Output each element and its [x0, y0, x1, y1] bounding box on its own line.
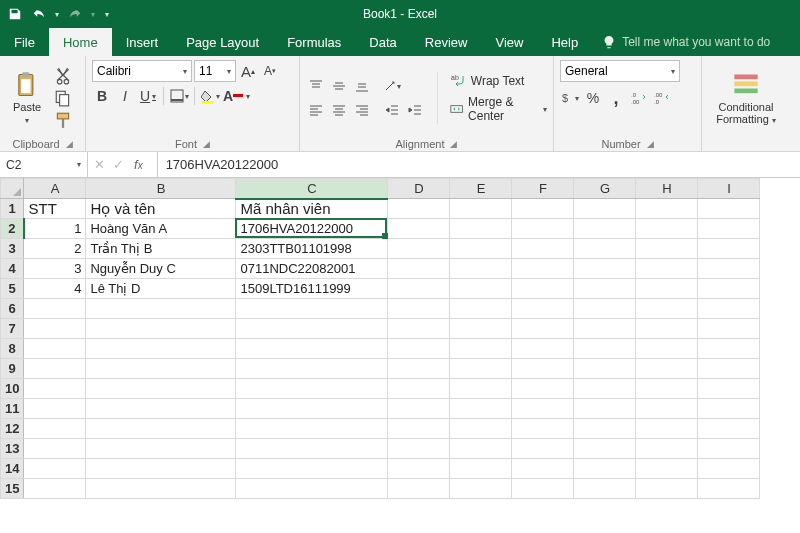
merge-center-button[interactable]: Merge & Center ▾: [450, 95, 547, 123]
save-icon[interactable]: [4, 3, 26, 25]
cell-H9[interactable]: [636, 359, 698, 379]
cell-E12[interactable]: [450, 419, 512, 439]
comma-format-icon[interactable]: ,: [606, 88, 626, 108]
cell-B9[interactable]: [86, 359, 236, 379]
cell-E7[interactable]: [450, 319, 512, 339]
cell-G5[interactable]: [574, 279, 636, 299]
align-bottom-icon[interactable]: [352, 76, 372, 96]
cell-C1[interactable]: Mã nhân viên: [236, 199, 388, 219]
cell-B11[interactable]: [86, 399, 236, 419]
percent-format-icon[interactable]: %: [583, 88, 603, 108]
cell-B12[interactable]: [86, 419, 236, 439]
cell-G7[interactable]: [574, 319, 636, 339]
cell-E11[interactable]: [450, 399, 512, 419]
font-color-button[interactable]: A: [223, 86, 243, 106]
align-top-icon[interactable]: [306, 76, 326, 96]
cell-I8[interactable]: [698, 339, 760, 359]
row-header-13[interactable]: 13: [1, 439, 24, 459]
italic-button[interactable]: I: [115, 86, 135, 106]
row-header-4[interactable]: 4: [1, 259, 24, 279]
row-header-11[interactable]: 11: [1, 399, 24, 419]
cell-E13[interactable]: [450, 439, 512, 459]
enter-formula-icon[interactable]: ✓: [113, 157, 124, 172]
clipboard-dialog-icon[interactable]: ◢: [66, 139, 73, 149]
cell-H13[interactable]: [636, 439, 698, 459]
cell-C3[interactable]: 2303TTB01101998: [236, 239, 388, 259]
cell-D14[interactable]: [388, 459, 450, 479]
cell-B13[interactable]: [86, 439, 236, 459]
cell-F13[interactable]: [512, 439, 574, 459]
cell-B15[interactable]: [86, 479, 236, 499]
cell-B5[interactable]: Lê Thị D: [86, 279, 236, 299]
cell-H15[interactable]: [636, 479, 698, 499]
cell-H10[interactable]: [636, 379, 698, 399]
cell-A14[interactable]: [24, 459, 86, 479]
cell-B7[interactable]: [86, 319, 236, 339]
font-color-dropdown-icon[interactable]: ▾: [246, 92, 250, 101]
cell-B3[interactable]: Trần Thị B: [86, 239, 236, 259]
cell-F2[interactable]: [512, 219, 574, 239]
cell-E5[interactable]: [450, 279, 512, 299]
cell-C12[interactable]: [236, 419, 388, 439]
cell-A11[interactable]: [24, 399, 86, 419]
cell-I6[interactable]: [698, 299, 760, 319]
cell-E15[interactable]: [450, 479, 512, 499]
column-header-G[interactable]: G: [574, 179, 636, 199]
cell-I9[interactable]: [698, 359, 760, 379]
insert-function-icon[interactable]: fx: [134, 157, 143, 172]
row-header-12[interactable]: 12: [1, 419, 24, 439]
cell-D9[interactable]: [388, 359, 450, 379]
cell-D10[interactable]: [388, 379, 450, 399]
underline-button[interactable]: U▾: [138, 86, 158, 106]
cell-D12[interactable]: [388, 419, 450, 439]
cell-F5[interactable]: [512, 279, 574, 299]
cell-H1[interactable]: [636, 199, 698, 219]
row-header-15[interactable]: 15: [1, 479, 24, 499]
tab-page-layout[interactable]: Page Layout: [172, 28, 273, 56]
tab-review[interactable]: Review: [411, 28, 482, 56]
tab-view[interactable]: View: [481, 28, 537, 56]
cell-G10[interactable]: [574, 379, 636, 399]
row-header-10[interactable]: 10: [1, 379, 24, 399]
cell-E3[interactable]: [450, 239, 512, 259]
cell-E4[interactable]: [450, 259, 512, 279]
cell-C8[interactable]: [236, 339, 388, 359]
cell-I15[interactable]: [698, 479, 760, 499]
cell-D11[interactable]: [388, 399, 450, 419]
cell-C5[interactable]: 1509LTD16111999: [236, 279, 388, 299]
cell-G13[interactable]: [574, 439, 636, 459]
cell-E10[interactable]: [450, 379, 512, 399]
redo-dropdown-icon[interactable]: ▾: [88, 3, 98, 25]
formula-input[interactable]: 1706HVA20122000: [158, 152, 800, 177]
cell-A6[interactable]: [24, 299, 86, 319]
row-header-8[interactable]: 8: [1, 339, 24, 359]
tab-help[interactable]: Help: [537, 28, 592, 56]
cell-A13[interactable]: [24, 439, 86, 459]
cell-H4[interactable]: [636, 259, 698, 279]
decrease-decimal-icon[interactable]: .00.0: [652, 88, 672, 108]
row-header-7[interactable]: 7: [1, 319, 24, 339]
conditional-formatting-button[interactable]: ConditionalFormatting ▾: [711, 71, 781, 126]
orientation-icon[interactable]: ▾: [382, 76, 402, 96]
cell-I12[interactable]: [698, 419, 760, 439]
cell-A8[interactable]: [24, 339, 86, 359]
cell-G15[interactable]: [574, 479, 636, 499]
tell-me[interactable]: Tell me what you want to do: [592, 28, 780, 56]
cell-D7[interactable]: [388, 319, 450, 339]
cell-I7[interactable]: [698, 319, 760, 339]
format-painter-icon[interactable]: [54, 111, 72, 129]
cell-D5[interactable]: [388, 279, 450, 299]
row-header-1[interactable]: 1: [1, 199, 24, 219]
cell-F12[interactable]: [512, 419, 574, 439]
cell-F14[interactable]: [512, 459, 574, 479]
cell-B10[interactable]: [86, 379, 236, 399]
cell-F8[interactable]: [512, 339, 574, 359]
cell-D1[interactable]: [388, 199, 450, 219]
cell-I2[interactable]: [698, 219, 760, 239]
cell-H5[interactable]: [636, 279, 698, 299]
tab-data[interactable]: Data: [355, 28, 410, 56]
borders-button[interactable]: ▾: [169, 86, 189, 106]
cell-G12[interactable]: [574, 419, 636, 439]
cell-D6[interactable]: [388, 299, 450, 319]
column-header-A[interactable]: A: [24, 179, 86, 199]
